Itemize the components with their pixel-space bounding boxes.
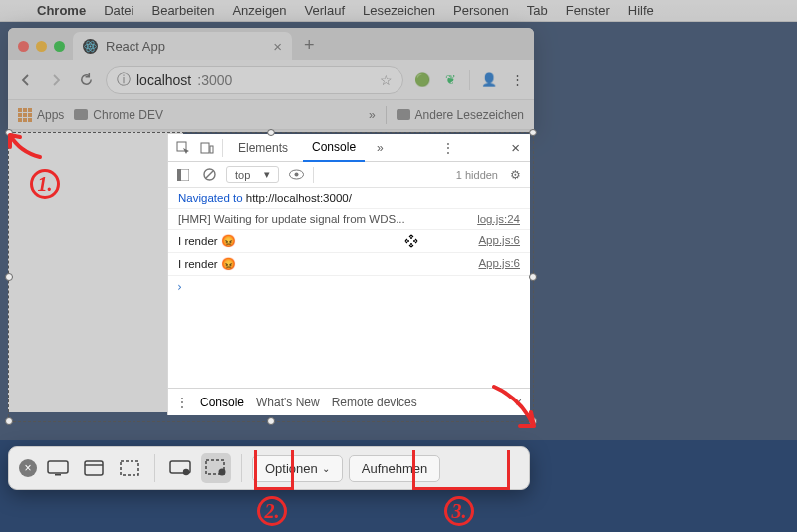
log-source-link[interactable]: App.js:6 xyxy=(478,234,520,248)
reload-button[interactable] xyxy=(76,70,96,90)
log-source-link[interactable]: App.js:6 xyxy=(478,257,520,271)
evernote-extension-icon[interactable]: ❦ xyxy=(441,71,459,89)
svg-rect-17 xyxy=(121,461,138,475)
address-bar[interactable]: ⓘ localhost:3000 ☆ xyxy=(106,66,403,94)
other-bookmarks[interactable]: Andere Lesezeichen xyxy=(397,108,524,122)
drawer-tab-remote[interactable]: Remote devices xyxy=(332,396,417,409)
log-source-link[interactable]: log.js:24 xyxy=(477,213,520,225)
resize-handle[interactable] xyxy=(529,273,537,281)
menu-verlauf[interactable]: Verlauf xyxy=(296,3,354,18)
more-tabs-icon[interactable]: » xyxy=(371,141,390,155)
drawer-tab-console[interactable]: Console xyxy=(200,396,244,409)
capture-entire-screen-icon[interactable] xyxy=(43,453,73,483)
devtools-panel: Elements Console » ⋮ × top▾ 1 hidden ⚙ N… xyxy=(167,134,530,415)
tab-strip: React App × + xyxy=(8,28,534,60)
options-button[interactable]: Optionen⌄ xyxy=(252,455,343,482)
svg-point-3 xyxy=(90,45,92,47)
site-info-icon[interactable]: ⓘ xyxy=(117,71,131,89)
console-prompt[interactable]: › xyxy=(168,276,530,298)
close-window-button[interactable] xyxy=(18,41,29,52)
window-controls xyxy=(16,41,73,60)
devtools-tabbar: Elements Console » ⋮ × xyxy=(168,134,530,162)
close-tab-icon[interactable]: × xyxy=(273,38,282,55)
console-settings-icon[interactable]: ⚙ xyxy=(506,166,524,184)
record-entire-screen-icon[interactable] xyxy=(165,453,195,483)
resize-handle[interactable] xyxy=(5,417,13,425)
forward-button[interactable] xyxy=(46,70,66,90)
hidden-messages-badge[interactable]: 1 hidden xyxy=(456,169,498,181)
chrome-menu-icon[interactable]: ⋮ xyxy=(508,71,526,89)
tab-elements[interactable]: Elements xyxy=(229,134,297,162)
annotation-number-2: 2. xyxy=(257,496,287,526)
drawer-tab-whatsnew[interactable]: What's New xyxy=(256,396,320,409)
svg-rect-14 xyxy=(55,474,61,476)
execution-context-selector[interactable]: top▾ xyxy=(226,166,279,183)
bookmarks-overflow-icon[interactable]: » xyxy=(369,108,376,122)
menu-bearbeiten[interactable]: Bearbeiten xyxy=(142,3,223,18)
capture-button[interactable]: Aufnehmen xyxy=(349,455,441,482)
emoji-icon: 😡 xyxy=(221,234,236,248)
capture-window-icon[interactable] xyxy=(79,453,109,483)
bookmark-folder-chrome-dev[interactable]: Chrome DEV xyxy=(74,108,163,122)
profile-avatar-icon[interactable]: 👤 xyxy=(480,71,498,89)
page-viewport xyxy=(8,132,183,412)
log-message: I render xyxy=(178,235,218,247)
menu-hilfe[interactable]: Hilfe xyxy=(619,3,663,18)
console-row-navigation: Navigated to http://localhost:3000/ xyxy=(168,188,530,209)
minimize-window-button[interactable] xyxy=(36,41,47,52)
address-host: localhost xyxy=(136,72,191,88)
back-button[interactable] xyxy=(16,70,36,90)
menubar-app-name[interactable]: Chrome xyxy=(28,3,95,18)
screenshot-toolbar: × Optionen⌄ Aufnehmen xyxy=(8,446,530,490)
live-expression-icon[interactable] xyxy=(287,166,305,184)
chevron-down-icon: ▾ xyxy=(264,168,270,181)
svg-rect-13 xyxy=(48,461,68,473)
menu-datei[interactable]: Datei xyxy=(95,3,142,18)
zoom-window-button[interactable] xyxy=(54,41,65,52)
devtools-drawer: ⋮ Console What's New Remote devices × xyxy=(168,388,530,415)
resize-handle[interactable] xyxy=(267,417,275,425)
svg-rect-6 xyxy=(210,146,213,153)
react-favicon-icon xyxy=(83,39,98,54)
console-sidebar-toggle-icon[interactable] xyxy=(174,166,192,184)
annotation-number-3: 3. xyxy=(444,496,474,526)
menu-tab[interactable]: Tab xyxy=(518,3,557,18)
menu-anzeigen[interactable]: Anzeigen xyxy=(223,3,295,18)
menu-personen[interactable]: Personen xyxy=(444,3,518,18)
bookmark-star-icon[interactable]: ☆ xyxy=(380,72,393,88)
bookbar-separator xyxy=(386,106,387,124)
console-row-render: I render 😡 App.js:6 xyxy=(168,230,530,253)
drawer-menu-icon[interactable]: ⋮ xyxy=(176,396,188,409)
log-message: [HMR] Waiting for update signal from WDS… xyxy=(178,213,405,225)
extension-icon[interactable]: 🟢 xyxy=(413,71,431,89)
devtools-menu-icon[interactable]: ⋮ xyxy=(438,141,458,155)
menu-fenster[interactable]: Fenster xyxy=(557,3,619,18)
chrome-window: React App × + ⓘ localhost:3000 ☆ 🟢 ❦ 👤 ⋮… xyxy=(8,28,534,132)
folder-icon xyxy=(397,109,410,120)
clear-console-icon[interactable] xyxy=(200,166,218,184)
apps-shortcut[interactable]: Apps xyxy=(18,108,64,122)
inspect-element-icon[interactable] xyxy=(174,139,192,157)
svg-rect-8 xyxy=(177,169,181,181)
toolbar-separator xyxy=(241,454,242,482)
browser-tab[interactable]: React App × xyxy=(73,32,292,60)
toolbar-separator xyxy=(469,70,470,90)
svg-line-10 xyxy=(206,171,213,178)
new-tab-button[interactable]: + xyxy=(292,35,327,60)
devtools-close-icon[interactable]: × xyxy=(507,139,524,156)
console-row-hmr: [HMR] Waiting for update signal from WDS… xyxy=(168,209,530,230)
device-toolbar-icon[interactable] xyxy=(198,139,216,157)
capture-selection-icon[interactable] xyxy=(115,453,144,483)
drawer-close-icon[interactable]: × xyxy=(515,396,522,409)
nav-url-link[interactable]: http://localhost:3000/ xyxy=(246,192,352,204)
resize-handle[interactable] xyxy=(529,417,537,425)
svg-rect-5 xyxy=(201,143,209,153)
apps-grid-icon xyxy=(18,108,32,122)
console-log: Navigated to http://localhost:3000/ [HMR… xyxy=(168,188,530,298)
record-selection-icon[interactable] xyxy=(201,453,231,483)
close-toolbar-button[interactable]: × xyxy=(19,459,37,477)
menu-lesezeichen[interactable]: Lesezeichen xyxy=(354,3,444,18)
emoji-icon: 😡 xyxy=(221,257,236,271)
nav-prefix: Navigated to xyxy=(178,192,246,204)
tab-console[interactable]: Console xyxy=(303,134,365,162)
